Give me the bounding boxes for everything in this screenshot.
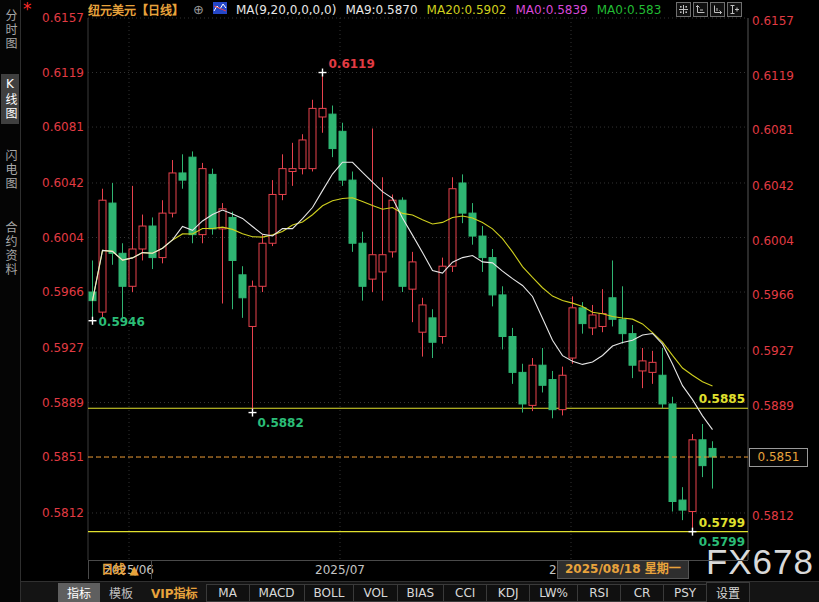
level-price-sublabel: 0.5799 bbox=[625, 535, 745, 549]
symbol-title: 纽元美元【日线】 bbox=[88, 1, 184, 18]
y-axis-label-right: 0.6081 bbox=[752, 123, 812, 137]
indicator-tab[interactable]: VOL bbox=[353, 584, 397, 602]
level-price-label: 0.5885 bbox=[625, 392, 745, 406]
indicator-tab[interactable]: MA bbox=[206, 584, 250, 602]
ma-legend-item: MA9:0.5870 bbox=[345, 3, 417, 17]
indicator-tab[interactable]: RSI bbox=[577, 584, 621, 602]
y-axis-label-left: 0.6157 bbox=[26, 11, 84, 25]
period-selector[interactable]: 日线 ▲ bbox=[88, 561, 152, 579]
price-annotation: 0.5946 bbox=[99, 315, 145, 329]
indicator-tab[interactable]: VIP指标 bbox=[142, 583, 207, 602]
level-price-label: 0.5799 bbox=[625, 516, 745, 530]
indicator-tab[interactable]: CCI bbox=[443, 584, 487, 602]
y-axis-label-left: 0.5812 bbox=[26, 506, 84, 520]
current-price-badge: 0.5851 bbox=[749, 448, 808, 467]
indicator-tab[interactable]: 模板 bbox=[100, 583, 142, 602]
y-axis-label-left: 0.5851 bbox=[26, 450, 84, 464]
indicator-tab[interactable]: 指标 bbox=[58, 583, 100, 602]
ma-settings-label: MA(9,20,0,0,0,0) bbox=[236, 3, 336, 17]
indicator-tab[interactable]: 设置 bbox=[706, 582, 750, 602]
y-axis-label-left: 0.5927 bbox=[26, 341, 84, 355]
y-axis-label-left: 0.6119 bbox=[26, 66, 84, 80]
chart-toolbar bbox=[676, 2, 742, 17]
price-annotation: 0.6119 bbox=[329, 57, 375, 71]
split-pane-icon[interactable] bbox=[727, 2, 742, 17]
sidebar-item-chart-type[interactable]: 合约资料 bbox=[1, 218, 19, 280]
y-axis-label-left: 0.6004 bbox=[26, 231, 84, 245]
y-axis-label-right: 0.6157 bbox=[752, 14, 812, 28]
y-axis-label-left: 0.6042 bbox=[26, 176, 84, 190]
sidebar-item-chart-type[interactable]: 闪电图 bbox=[1, 146, 19, 194]
trading-chart-window: 分时图K线图闪电图合约资料 * 纽元美元【日线】 ⊕ MA(9,20,0,0,0… bbox=[0, 0, 819, 602]
ma-legend-item: MA0:0.583 bbox=[597, 3, 662, 17]
ma-legend-item: MA0:0.5839 bbox=[515, 3, 587, 17]
chart-thumbnail-icon[interactable] bbox=[213, 2, 227, 17]
axis-scale-left-icon[interactable] bbox=[693, 2, 708, 17]
y-axis-label-right: 0.5927 bbox=[752, 344, 812, 358]
y-axis-label-right: 0.6042 bbox=[752, 179, 812, 193]
sidebar-item-chart-type[interactable]: 分时图 bbox=[1, 6, 19, 54]
chart-legend-bar: 纽元美元【日线】 ⊕ MA(9,20,0,0,0,0) MA9:0.5870MA… bbox=[88, 1, 661, 18]
indicator-tab[interactable]: BOLL bbox=[304, 584, 355, 602]
y-axis-label-right: 0.5966 bbox=[752, 288, 812, 302]
indicator-tab-bar: 指标模板VIP指标MAMACDBOLLVOLBIASCCIKDJLW%RSICR… bbox=[0, 581, 819, 602]
y-axis-label-left: 0.6081 bbox=[26, 120, 84, 134]
date-tooltip: 2025/08/18 星期一 bbox=[557, 560, 689, 579]
candlestick-chart[interactable] bbox=[0, 0, 819, 602]
price-annotation: 0.5882 bbox=[258, 416, 304, 430]
y-axis-label-left: 0.5966 bbox=[26, 285, 84, 299]
chart-type-sidebar: 分时图K线图闪电图合约资料 bbox=[0, 0, 21, 602]
x-axis-strip: 日线 ▲ 2025/08/18 星期一 bbox=[0, 560, 819, 580]
crosshair-move-icon[interactable] bbox=[676, 2, 691, 17]
indicator-tab[interactable]: BIAS bbox=[397, 584, 445, 602]
alert-dot-icon: * bbox=[23, 0, 32, 19]
y-axis-label-right: 0.6004 bbox=[752, 234, 812, 248]
axis-scale-right-icon[interactable] bbox=[710, 2, 725, 17]
y-axis-label-right: 0.5889 bbox=[752, 399, 812, 413]
sidebar-item-selected[interactable]: K线图 bbox=[1, 74, 19, 124]
indicator-tab[interactable]: CR bbox=[620, 584, 664, 602]
indicator-tab[interactable]: MACD bbox=[249, 584, 305, 602]
indicator-tab[interactable]: LW% bbox=[529, 584, 578, 602]
indicator-tab[interactable]: PSY bbox=[663, 584, 707, 602]
ma-legend-item: MA20:0.5902 bbox=[427, 3, 507, 17]
indicator-tab[interactable]: KDJ bbox=[486, 584, 530, 602]
y-axis-label-left: 0.5889 bbox=[26, 396, 84, 410]
circle-plus-icon[interactable]: ⊕ bbox=[193, 2, 204, 17]
y-axis-label-right: 0.5812 bbox=[752, 509, 812, 523]
y-axis-label-right: 0.6119 bbox=[752, 69, 812, 83]
